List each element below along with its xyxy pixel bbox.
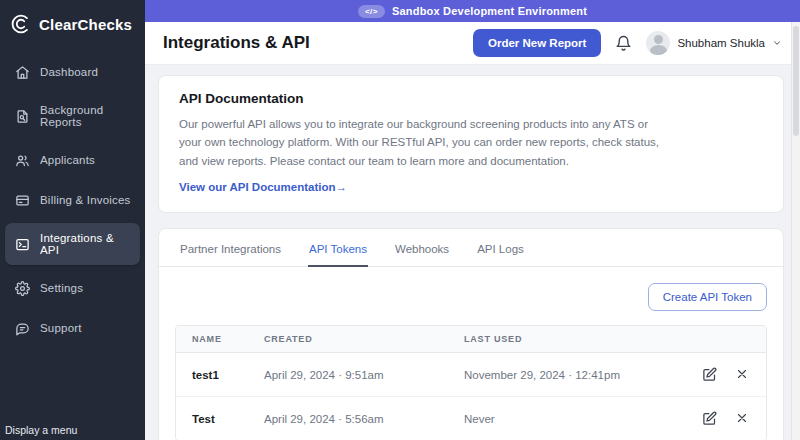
- tab-webhooks[interactable]: Webhooks: [394, 229, 450, 267]
- gear-icon: [14, 280, 30, 296]
- tab-api-logs[interactable]: API Logs: [476, 229, 525, 267]
- delete-icon[interactable]: [735, 367, 750, 382]
- integrations-tabs-card: Partner Integrations API Tokens Webhooks…: [158, 228, 784, 440]
- tab-partner-integrations[interactable]: Partner Integrations: [179, 229, 282, 267]
- sidebar-item-label: Applicants: [40, 154, 95, 166]
- token-name: test1: [176, 353, 248, 397]
- token-last-used: Never: [448, 397, 686, 440]
- tab-bar: Partner Integrations API Tokens Webhooks…: [159, 229, 783, 267]
- order-new-report-button[interactable]: Order New Report: [473, 29, 601, 57]
- credit-card-icon: [14, 192, 30, 208]
- api-doc-link[interactable]: View our API Documentation→: [179, 181, 347, 193]
- brand-name: ClearChecks: [39, 16, 132, 33]
- user-name: Shubham Shukla: [677, 37, 765, 49]
- sidebar-item-support[interactable]: Support: [5, 311, 140, 345]
- sidebar-item-label: Settings: [40, 282, 83, 294]
- sandbox-banner: </> Sandbox Development Environment: [145, 0, 800, 22]
- page-title: Integrations & API: [163, 33, 310, 53]
- scrollbar[interactable]: [791, 22, 800, 440]
- scrollbar-thumb[interactable]: [793, 26, 799, 136]
- sidebar-item-label: Integrations & API: [40, 232, 131, 256]
- api-tokens-panel: Create API Token NAME CREATED LAST USED: [159, 267, 783, 440]
- sidebar-item-label: Dashboard: [40, 66, 98, 78]
- api-doc-title: API Documentation: [179, 91, 763, 106]
- sidebar-item-applicants[interactable]: Applicants: [5, 143, 140, 177]
- token-name: Test: [176, 397, 248, 440]
- code-icon: </>: [358, 5, 385, 18]
- chevron-down-icon: [772, 38, 782, 48]
- api-documentation-card: API Documentation Our powerful API allow…: [158, 75, 784, 213]
- sidebar-item-background-reports[interactable]: Background Reports: [5, 95, 140, 137]
- sandbox-banner-label: Sandbox Development Environment: [392, 5, 587, 17]
- sidebar-item-label: Billing & Invoices: [40, 194, 131, 206]
- edit-icon[interactable]: [702, 411, 717, 426]
- home-icon: [14, 64, 30, 80]
- avatar: [646, 31, 670, 55]
- report-search-icon: [14, 108, 30, 124]
- sidebar: ClearChecks Dashboard Background Reports…: [0, 0, 145, 440]
- clearchecks-logo-icon: [10, 13, 32, 35]
- sidebar-nav: Dashboard Background Reports Applicants …: [0, 55, 145, 351]
- user-menu[interactable]: Shubham Shukla: [646, 31, 782, 55]
- tab-api-tokens[interactable]: API Tokens: [308, 229, 368, 267]
- terminal-icon: [14, 236, 30, 252]
- table-header-row: NAME CREATED LAST USED: [176, 326, 766, 353]
- page-content: API Documentation Our powerful API allow…: [145, 65, 800, 440]
- api-tokens-table: NAME CREATED LAST USED test1 April 29, 2…: [175, 325, 767, 440]
- delete-icon[interactable]: [735, 411, 750, 426]
- chat-bubble-icon: [14, 320, 30, 336]
- column-header-last-used: LAST USED: [448, 326, 686, 353]
- column-header-created: CREATED: [248, 326, 448, 353]
- column-header-actions: [686, 326, 766, 353]
- token-created: April 29, 2024 · 9:51am: [248, 353, 448, 397]
- table-row: test1 April 29, 2024 · 9:51am November 2…: [176, 353, 766, 397]
- edit-icon[interactable]: [702, 367, 717, 382]
- token-last-used: November 29, 2024 · 12:41pm: [448, 353, 686, 397]
- users-icon: [14, 152, 30, 168]
- sidebar-item-settings[interactable]: Settings: [5, 271, 140, 305]
- create-api-token-button[interactable]: Create API Token: [648, 283, 767, 311]
- sidebar-item-billing-invoices[interactable]: Billing & Invoices: [5, 183, 140, 217]
- column-header-name: NAME: [176, 326, 248, 353]
- bell-icon[interactable]: [615, 35, 632, 52]
- topbar: Integrations & API Order New Report Shub…: [145, 22, 800, 65]
- token-created: April 29, 2024 · 5:56am: [248, 397, 448, 440]
- main-area: </> Sandbox Development Environment Inte…: [145, 0, 800, 440]
- sidebar-item-label: Support: [40, 322, 82, 334]
- sidebar-item-label: Background Reports: [40, 104, 131, 128]
- brand-logo[interactable]: ClearChecks: [0, 0, 145, 45]
- sidebar-item-integrations-api[interactable]: Integrations & API: [5, 223, 140, 265]
- table-row: Test April 29, 2024 · 5:56am Never: [176, 397, 766, 440]
- sidebar-item-dashboard[interactable]: Dashboard: [5, 55, 140, 89]
- display-menu-hint: Display a menu: [5, 424, 77, 436]
- api-doc-description: Our powerful API allows you to integrate…: [179, 115, 671, 170]
